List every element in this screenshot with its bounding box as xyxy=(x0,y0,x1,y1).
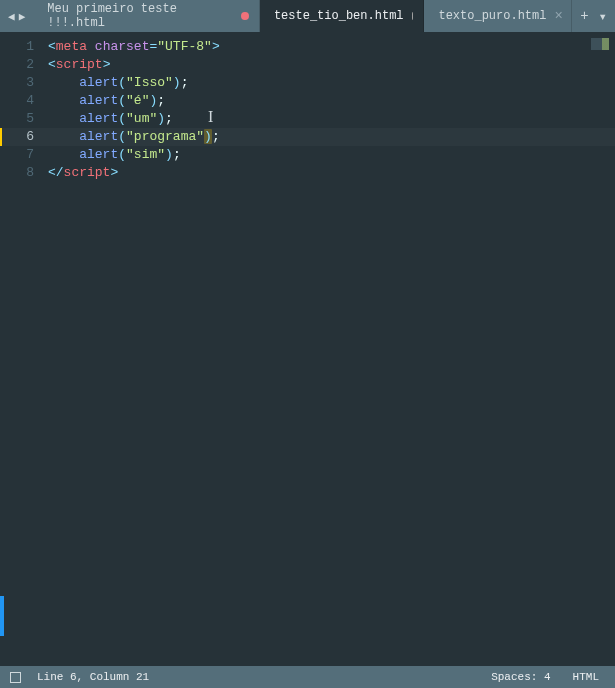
panel-toggle-icon[interactable] xyxy=(10,672,21,683)
code-area[interactable]: <meta charset="UTF-8"><script> alert("Is… xyxy=(48,32,615,666)
dirty-indicator-icon xyxy=(241,12,249,20)
new-tab-icon[interactable]: + xyxy=(580,8,588,24)
line-number[interactable]: 8 xyxy=(0,164,48,182)
file-tab[interactable]: teste_tio_ben.html xyxy=(260,0,425,32)
line-number[interactable]: 3 xyxy=(0,74,48,92)
status-indentation[interactable]: Spaces: 4 xyxy=(485,671,556,683)
file-tab[interactable]: texto_puro.html× xyxy=(424,0,572,32)
line-number[interactable]: 5 xyxy=(0,110,48,128)
code-line-content: </script> xyxy=(48,165,118,180)
tab-label: Meu primeiro teste !!!.html xyxy=(47,2,233,30)
code-line[interactable]: <meta charset="UTF-8"> xyxy=(48,38,615,56)
status-language[interactable]: HTML xyxy=(567,671,605,683)
code-line[interactable]: alert("programa"); xyxy=(48,128,615,146)
code-editor[interactable]: 12345678 <meta charset="UTF-8"><script> … xyxy=(0,32,615,666)
code-line[interactable]: <script> xyxy=(48,56,615,74)
dirty-indicator-icon xyxy=(412,12,414,20)
code-line-content: alert("é"); xyxy=(48,93,165,108)
tab-bar: ◀ ▶ Meu primeiro teste !!!.htmlteste_tio… xyxy=(0,0,615,32)
tab-prev-icon[interactable]: ◀ xyxy=(8,10,15,23)
code-line-content: alert("sim"); xyxy=(48,147,181,162)
code-line[interactable]: </script> xyxy=(48,164,615,182)
code-line-content: alert("programa"); xyxy=(48,129,220,144)
line-number[interactable]: 1 xyxy=(0,38,48,56)
tab-actions: + ▾ xyxy=(572,0,615,32)
code-line-content: alert("um"); xyxy=(48,111,173,126)
code-line[interactable]: alert("sim"); xyxy=(48,146,615,164)
tab-label: texto_puro.html xyxy=(438,9,546,23)
tab-next-icon[interactable]: ▶ xyxy=(19,10,26,23)
file-tab[interactable]: Meu primeiro teste !!!.html xyxy=(33,0,260,32)
code-line[interactable]: alert("um"); xyxy=(48,110,615,128)
status-cursor-position[interactable]: Line 6, Column 21 xyxy=(31,671,155,683)
code-line-content: <script> xyxy=(48,57,110,72)
line-number[interactable]: 7 xyxy=(0,146,48,164)
scroll-indicator xyxy=(0,596,4,636)
close-icon[interactable]: × xyxy=(554,10,562,22)
status-bar: Line 6, Column 21 Spaces: 4 HTML xyxy=(0,666,615,688)
line-number[interactable]: 4 xyxy=(0,92,48,110)
code-line-content: alert("Isso"); xyxy=(48,75,188,90)
code-line-content: <meta charset="UTF-8"> xyxy=(48,39,220,54)
tab-nav-arrows: ◀ ▶ xyxy=(0,0,33,32)
line-number[interactable]: 2 xyxy=(0,56,48,74)
tab-label: teste_tio_ben.html xyxy=(274,9,404,23)
tab-menu-icon[interactable]: ▾ xyxy=(599,8,607,25)
code-line[interactable]: alert("Isso"); xyxy=(48,74,615,92)
code-line[interactable]: alert("é"); xyxy=(48,92,615,110)
tabs-host: Meu primeiro teste !!!.htmlteste_tio_ben… xyxy=(33,0,572,32)
